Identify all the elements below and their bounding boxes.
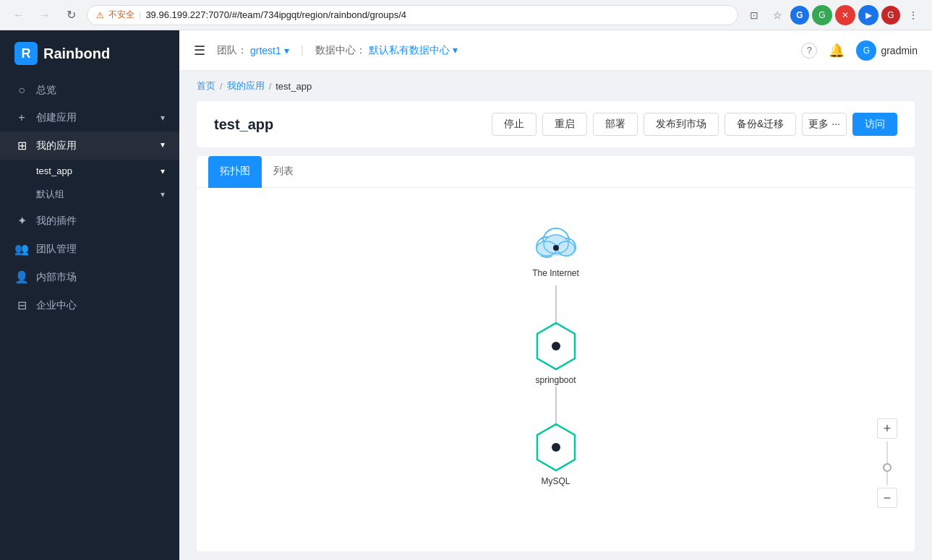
breadcrumb-sep-1: / (220, 81, 223, 92)
url-separator: | (139, 9, 141, 20)
stop-button[interactable]: 停止 (492, 113, 536, 136)
content-area: 拓扑图 列表 (197, 156, 915, 551)
user-profile-button[interactable]: G (881, 6, 900, 25)
topology-canvas[interactable]: The Internet springboot (197, 188, 915, 551)
sidebar: R Rainbond ○ 总览 + 创建应用 ▾ ⊞ 我的应用 ▴ test_a… (0, 30, 179, 560)
sidebar-item-create-app[interactable]: + 创建应用 ▾ (0, 104, 179, 132)
plugins-icon: ✦ (14, 214, 29, 228)
overview-icon: ○ (14, 84, 29, 97)
zoom-controls: + − (877, 418, 897, 508)
extension-2-button[interactable]: ✕ (835, 5, 855, 25)
tab-topology[interactable]: 拓扑图 (208, 156, 262, 188)
bookmark-button[interactable]: ☆ (767, 5, 787, 25)
datacenter-value[interactable]: 默认私有数据中心 ▾ (369, 44, 458, 57)
sidebar-item-label: 团队管理 (36, 243, 77, 256)
node-mysql[interactable]: MySQL (534, 423, 578, 486)
sidebar-item-label: 创建应用 (36, 111, 77, 124)
visit-button[interactable]: 访问 (852, 113, 897, 136)
tab-list[interactable]: 列表 (262, 156, 305, 188)
logo-text: Rainbond (43, 46, 110, 62)
connector-line-1 (555, 285, 557, 325)
cloud-icon (531, 224, 581, 264)
enterprise-icon: ⊟ (14, 298, 29, 312)
svg-point-15 (552, 443, 560, 452)
forward-button[interactable]: → (35, 5, 55, 25)
hamburger-icon[interactable]: ☰ (194, 43, 205, 59)
url-text: 39.96.199.227:7070/#/team/734ipgqt/regio… (145, 9, 406, 20)
chevron-down-icon: ▾ (161, 113, 165, 123)
sidebar-item-label: 我的应用 (36, 139, 77, 152)
profile-avatar[interactable]: G (790, 6, 809, 25)
user-menu[interactable]: G gradmin (856, 40, 918, 61)
help-button[interactable]: ? (801, 43, 817, 59)
notification-button[interactable]: 🔔 (829, 43, 845, 59)
zoom-out-button[interactable]: − (877, 488, 897, 508)
browser-chrome: ← → ↻ ⚠ 不安全 | 39.96.199.227:7070/#/team/… (0, 0, 932, 30)
backup-button[interactable]: 备份&迁移 (724, 113, 796, 136)
main-header: ☰ 团队： grtest1 ▾ | 数据中心： 默认私有数据中心 ▾ ? 🔔 G… (179, 30, 932, 71)
breadcrumb-sep-2: / (269, 81, 272, 92)
chevron-up-icon: ▴ (161, 141, 165, 151)
insecure-label: 不安全 (108, 9, 134, 21)
main-content: 首页 / 我的应用 / test_app test_app 停止 重启 部署 发… (179, 71, 932, 560)
node-springboot-label: springboot (535, 375, 576, 385)
logo: R Rainbond (0, 30, 179, 77)
node-springboot[interactable]: springboot (534, 322, 578, 385)
sidebar-item-default-group[interactable]: 默认组 ▾ (0, 182, 179, 207)
svg-point-11 (553, 245, 559, 251)
sidebar-sub-label: 默认组 (36, 188, 64, 201)
zoom-in-button[interactable]: + (877, 418, 897, 439)
deploy-button[interactable]: 部署 (593, 113, 638, 136)
sidebar-item-internal-market[interactable]: 👤 内部市场 (0, 263, 179, 291)
address-bar[interactable]: ⚠ 不安全 | 39.96.199.227:7070/#/team/734ipg… (87, 5, 738, 25)
back-button[interactable]: ← (9, 5, 29, 25)
team-icon: 👥 (14, 242, 29, 256)
chevron-down-icon: ▾ (161, 166, 165, 176)
main-area: ☰ 团队： grtest1 ▾ | 数据中心： 默认私有数据中心 ▾ ? 🔔 G… (179, 30, 932, 560)
sidebar-item-enterprise-center[interactable]: ⊟ 企业中心 (0, 291, 179, 319)
menu-button[interactable]: ⋮ (903, 5, 923, 25)
extension-1-button[interactable]: G (812, 5, 832, 25)
connector-line-2 (555, 387, 557, 426)
team-value[interactable]: grtest1 ▾ (250, 45, 289, 56)
breadcrumb-my-apps[interactable]: 我的应用 (227, 79, 265, 92)
reload-button[interactable]: ↻ (61, 5, 81, 25)
svg-point-13 (552, 342, 560, 350)
user-name: gradmin (881, 45, 918, 56)
zoom-slider-thumb[interactable] (883, 463, 892, 472)
sidebar-item-overview[interactable]: ○ 总览 (0, 77, 179, 104)
security-warning-icon: ⚠ (96, 10, 104, 20)
breadcrumb: 首页 / 我的应用 / test_app (179, 71, 932, 92)
breadcrumb-home[interactable]: 首页 (197, 79, 215, 92)
app-container: R Rainbond ○ 总览 + 创建应用 ▾ ⊞ 我的应用 ▴ test_a… (0, 30, 932, 560)
sidebar-item-label: 我的插件 (36, 215, 77, 228)
sidebar-item-team-mgmt[interactable]: 👥 团队管理 (0, 235, 179, 263)
browser-action-buttons: ⊡ ☆ G G ✕ ▶ G ⋮ (744, 5, 923, 25)
sidebar-item-my-plugins[interactable]: ✦ 我的插件 (0, 207, 179, 235)
extension-3-button[interactable]: ▶ (858, 5, 878, 25)
sidebar-item-label: 内部市场 (36, 271, 77, 284)
sidebar-item-label: 企业中心 (36, 299, 77, 312)
screen-cast-button[interactable]: ⊡ (744, 5, 764, 25)
create-app-icon: + (14, 111, 29, 124)
sidebar-item-test-app[interactable]: test_app ▾ (0, 160, 179, 182)
my-apps-icon: ⊞ (14, 139, 29, 152)
breadcrumb-current: test_app (275, 81, 312, 92)
more-button[interactable]: 更多 ··· (802, 113, 847, 136)
mysql-hexagon-icon (534, 423, 578, 472)
sidebar-item-my-apps[interactable]: ⊞ 我的应用 ▴ (0, 132, 179, 160)
restart-button[interactable]: 重启 (542, 113, 587, 136)
node-internet-label: The Internet (532, 268, 579, 278)
sidebar-sub-label: test_app (36, 165, 72, 176)
publish-button[interactable]: 发布到市场 (644, 113, 719, 136)
user-avatar: G (856, 40, 876, 61)
datacenter-selector[interactable]: 数据中心： 默认私有数据中心 ▾ (315, 44, 458, 57)
chevron-down-icon: ▾ (161, 189, 165, 199)
header-right: ? 🔔 G gradmin (801, 40, 918, 61)
page-title: test_app (214, 116, 273, 133)
team-selector[interactable]: 团队： grtest1 ▾ (217, 44, 289, 57)
datacenter-label: 数据中心： (315, 44, 366, 57)
node-internet[interactable]: The Internet (531, 224, 581, 278)
team-label: 团队： (217, 44, 247, 57)
page-header: test_app 停止 重启 部署 发布到市场 备份&迁移 更多 ··· 访问 (197, 101, 915, 147)
